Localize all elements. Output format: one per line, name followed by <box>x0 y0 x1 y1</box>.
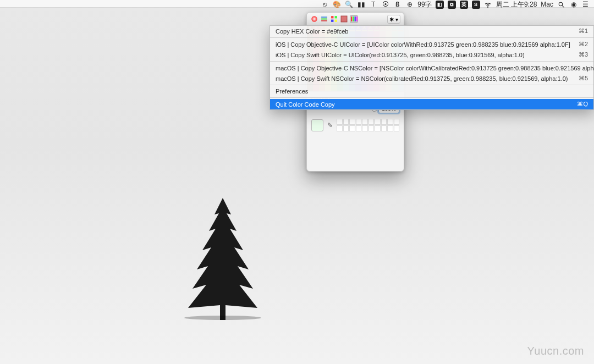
tab-pencils[interactable] <box>350 15 358 23</box>
swatch-cell[interactable] <box>362 119 368 125</box>
svg-rect-3 <box>321 16 327 18</box>
svg-rect-5 <box>321 20 327 21</box>
square-icon-1[interactable]: ◧ <box>436 1 444 9</box>
swatch-cell[interactable] <box>394 125 400 131</box>
menu-separator <box>270 85 593 85</box>
swatch-cell[interactable] <box>381 119 387 125</box>
svg-rect-6 <box>331 16 333 18</box>
menu-separator <box>270 37 593 38</box>
swatch-cell[interactable] <box>369 119 375 125</box>
menu-preferences[interactable]: Preferences <box>270 86 593 96</box>
swatch-cell[interactable] <box>362 125 368 131</box>
color-code-menu: Copy HEX Color = #e9fceb ⌘1 iOS | Copy O… <box>270 25 594 110</box>
globe-icon[interactable]: ⊕ <box>405 1 414 9</box>
svg-point-15 <box>184 316 261 320</box>
menu-copy-objc-uicolor[interactable]: iOS | Copy Objective-C UIColor = [UIColo… <box>270 39 593 49</box>
swatch-cell[interactable] <box>349 125 355 131</box>
swatch-cell[interactable] <box>369 125 375 131</box>
swatch-grid[interactable] <box>337 119 399 131</box>
menu-separator <box>270 61 593 62</box>
clock[interactable]: 周二 上午9:28 <box>496 0 537 9</box>
siri-icon[interactable]: ◉ <box>569 1 578 9</box>
swatch-cell[interactable] <box>343 119 349 125</box>
bookmark-icon[interactable]: ▮▮ <box>357 1 365 9</box>
swatch-cell[interactable] <box>343 125 349 131</box>
notification-center-icon[interactable]: ☰ <box>581 1 590 9</box>
square-icon-2[interactable]: ⧉ <box>448 1 456 9</box>
svg-rect-8 <box>331 20 333 22</box>
tab-image[interactable] <box>340 15 348 23</box>
tool-icon[interactable]: ⎋ <box>321 1 329 9</box>
wallpaper-tree <box>176 198 270 322</box>
wordcount-badge[interactable]: 99字 <box>417 0 431 9</box>
menu-separator <box>270 97 593 98</box>
mac-label[interactable]: Mac <box>541 1 553 8</box>
swatch-cell[interactable] <box>337 119 343 125</box>
tab-palettes[interactable] <box>330 15 338 23</box>
color-picker-toolbar: ✱ ▾ <box>307 13 404 26</box>
current-color-swatch[interactable] <box>311 119 323 131</box>
wifi-icon[interactable] <box>484 1 492 9</box>
swatch-cell[interactable] <box>356 119 362 125</box>
svg-rect-4 <box>321 18 327 19</box>
swatch-row: ✎ <box>307 115 404 137</box>
square-icon-3[interactable]: 英 <box>460 1 468 9</box>
svg-rect-10 <box>341 16 347 22</box>
swatch-cell[interactable] <box>381 125 387 131</box>
svg-rect-14 <box>356 16 358 21</box>
menu-copy-swift-uicolor[interactable]: iOS | Copy Swift UIColor = UIColor(red:0… <box>270 49 593 60</box>
swatch-cell[interactable] <box>387 119 393 125</box>
svg-rect-7 <box>335 16 337 18</box>
bold-icon[interactable]: ß <box>393 1 402 9</box>
menu-copy-objc-nscolor[interactable]: macOS | Copy Objective-C NSColor = [NSCo… <box>270 63 593 73</box>
menu-tray: ⎋ 🎨 🔍 ▮▮ T ⦿ ß ⊕ 99字 ◧ ⧉ 英 S 周二 上午9:28 M… <box>0 0 594 9</box>
swatch-cell[interactable] <box>387 125 393 131</box>
swatch-cell[interactable] <box>375 119 381 125</box>
svg-point-2 <box>311 16 317 21</box>
swatch-cell[interactable] <box>394 119 400 125</box>
square-icon-4[interactable]: S <box>472 1 480 9</box>
svg-line-1 <box>562 5 564 7</box>
palette-icon[interactable]: 🎨 <box>333 1 341 9</box>
swatch-cell[interactable] <box>337 125 343 131</box>
swatch-cell[interactable] <box>375 125 381 131</box>
svg-rect-11 <box>351 16 352 21</box>
swatch-cell[interactable] <box>349 119 355 125</box>
cc-icon[interactable]: ⦿ <box>381 1 389 9</box>
swatch-cell[interactable] <box>356 125 362 131</box>
svg-point-0 <box>559 2 563 6</box>
menu-copy-swift-nscolor[interactable]: macOS | Copy Swift NSColor = NSColor(cal… <box>270 73 593 84</box>
eyedropper-icon[interactable]: ✎ <box>326 121 334 130</box>
watermark: Yuucn.com <box>527 345 584 357</box>
tab-sliders[interactable] <box>320 15 328 23</box>
spotlight-icon[interactable] <box>557 1 565 9</box>
menu-copy-hex[interactable]: Copy HEX Color = #e9fceb ⌘1 <box>270 26 593 36</box>
text-icon[interactable]: T <box>369 1 377 9</box>
svg-rect-9 <box>335 20 337 22</box>
tab-wheel[interactable] <box>310 15 318 23</box>
svg-rect-12 <box>353 16 354 21</box>
menu-quit[interactable]: Quit Color Code Copy ⌘Q <box>270 99 593 109</box>
gear-dropdown[interactable]: ✱ ▾ <box>387 15 400 24</box>
search-st-icon[interactable]: 🔍 <box>345 1 353 9</box>
svg-rect-13 <box>355 16 356 21</box>
